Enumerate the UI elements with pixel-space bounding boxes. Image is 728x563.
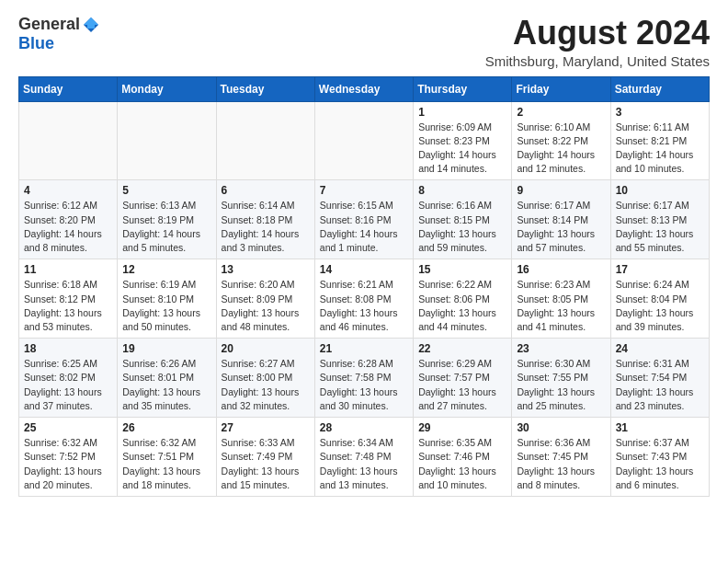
calendar-day-cell: 23Sunrise: 6:30 AMSunset: 7:55 PMDayligh… <box>512 339 610 418</box>
day-number: 12 <box>122 263 210 276</box>
day-info: Sunrise: 6:20 AMSunset: 8:09 PMDaylight:… <box>222 278 310 334</box>
calendar-day-cell <box>314 101 413 180</box>
calendar-day-cell: 2Sunrise: 6:10 AMSunset: 8:22 PMDaylight… <box>512 101 610 180</box>
day-number: 15 <box>418 263 506 276</box>
calendar-day-cell: 16Sunrise: 6:23 AMSunset: 8:05 PMDayligh… <box>512 259 610 339</box>
calendar-day-cell: 13Sunrise: 6:20 AMSunset: 8:09 PMDayligh… <box>216 259 314 339</box>
calendar-day-cell: 21Sunrise: 6:28 AMSunset: 7:58 PMDayligh… <box>314 339 413 418</box>
logo-icon <box>82 16 100 34</box>
calendar-day-cell: 29Sunrise: 6:35 AMSunset: 7:46 PMDayligh… <box>414 418 512 497</box>
calendar-day-cell: 24Sunrise: 6:31 AMSunset: 7:54 PMDayligh… <box>610 339 709 418</box>
day-number: 6 <box>222 184 310 197</box>
day-number: 31 <box>616 421 704 434</box>
day-number: 5 <box>122 184 210 197</box>
logo-blue-text: Blue <box>18 34 54 53</box>
calendar-day-cell: 12Sunrise: 6:19 AMSunset: 8:10 PMDayligh… <box>118 259 216 339</box>
day-of-week-header: Tuesday <box>216 76 314 101</box>
calendar-day-cell: 19Sunrise: 6:26 AMSunset: 8:01 PMDayligh… <box>118 339 216 418</box>
calendar-day-cell: 8Sunrise: 6:16 AMSunset: 8:15 PMDaylight… <box>414 180 512 259</box>
day-of-week-header: Thursday <box>414 76 512 101</box>
calendar-day-cell: 6Sunrise: 6:14 AMSunset: 8:18 PMDaylight… <box>216 180 314 259</box>
calendar-day-cell: 27Sunrise: 6:33 AMSunset: 7:49 PMDayligh… <box>216 418 314 497</box>
day-number: 23 <box>517 342 605 355</box>
calendar-day-cell: 30Sunrise: 6:36 AMSunset: 7:45 PMDayligh… <box>512 418 610 497</box>
calendar-body: 1Sunrise: 6:09 AMSunset: 8:23 PMDaylight… <box>19 101 710 496</box>
calendar-day-cell: 25Sunrise: 6:32 AMSunset: 7:52 PMDayligh… <box>19 418 118 497</box>
calendar-day-cell: 10Sunrise: 6:17 AMSunset: 8:13 PMDayligh… <box>610 180 709 259</box>
day-number: 18 <box>24 342 112 355</box>
day-number: 25 <box>24 421 112 434</box>
day-info: Sunrise: 6:30 AMSunset: 7:55 PMDaylight:… <box>517 357 605 413</box>
calendar-day-cell: 26Sunrise: 6:32 AMSunset: 7:51 PMDayligh… <box>118 418 216 497</box>
day-number: 11 <box>24 263 112 276</box>
day-number: 27 <box>222 421 310 434</box>
day-number: 8 <box>418 184 506 197</box>
day-info: Sunrise: 6:33 AMSunset: 7:49 PMDaylight:… <box>222 436 310 492</box>
calendar-header: SundayMondayTuesdayWednesdayThursdayFrid… <box>19 76 710 101</box>
day-number: 7 <box>320 184 408 197</box>
calendar-day-cell: 11Sunrise: 6:18 AMSunset: 8:12 PMDayligh… <box>19 259 118 339</box>
day-number: 21 <box>320 342 408 355</box>
day-info: Sunrise: 6:32 AMSunset: 7:51 PMDaylight:… <box>122 436 210 492</box>
day-of-week-header: Wednesday <box>314 76 413 101</box>
day-info: Sunrise: 6:13 AMSunset: 8:19 PMDaylight:… <box>122 199 210 255</box>
month-year-title: August 2024 <box>485 15 710 52</box>
calendar-day-cell: 9Sunrise: 6:17 AMSunset: 8:14 PMDaylight… <box>512 180 610 259</box>
day-number: 22 <box>418 342 506 355</box>
calendar-day-cell: 28Sunrise: 6:34 AMSunset: 7:48 PMDayligh… <box>314 418 413 497</box>
day-info: Sunrise: 6:16 AMSunset: 8:15 PMDaylight:… <box>418 199 506 255</box>
day-number: 30 <box>517 421 605 434</box>
logo: General Blue <box>18 15 100 53</box>
calendar-table: SundayMondayTuesdayWednesdayThursdayFrid… <box>18 76 710 497</box>
day-of-week-header: Monday <box>118 76 216 101</box>
page-header: General Blue August 2024 Smithsburg, Mar… <box>18 15 710 69</box>
day-info: Sunrise: 6:23 AMSunset: 8:05 PMDaylight:… <box>517 278 605 334</box>
day-number: 19 <box>122 342 210 355</box>
day-info: Sunrise: 6:34 AMSunset: 7:48 PMDaylight:… <box>320 436 408 492</box>
calendar-day-cell: 7Sunrise: 6:15 AMSunset: 8:16 PMDaylight… <box>314 180 413 259</box>
day-info: Sunrise: 6:36 AMSunset: 7:45 PMDaylight:… <box>517 436 605 492</box>
day-number: 24 <box>616 342 704 355</box>
day-info: Sunrise: 6:28 AMSunset: 7:58 PMDaylight:… <box>320 357 408 413</box>
logo-general-text: General <box>18 15 80 34</box>
calendar-week-row: 11Sunrise: 6:18 AMSunset: 8:12 PMDayligh… <box>19 259 710 339</box>
day-info: Sunrise: 6:35 AMSunset: 7:46 PMDaylight:… <box>418 436 506 492</box>
day-number: 10 <box>616 184 704 197</box>
location-subtitle: Smithsburg, Maryland, United States <box>485 53 710 69</box>
day-info: Sunrise: 6:31 AMSunset: 7:54 PMDaylight:… <box>616 357 704 413</box>
calendar-day-cell <box>19 101 118 180</box>
day-info: Sunrise: 6:32 AMSunset: 7:52 PMDaylight:… <box>24 436 112 492</box>
day-number: 13 <box>222 263 310 276</box>
calendar-day-cell: 22Sunrise: 6:29 AMSunset: 7:57 PMDayligh… <box>414 339 512 418</box>
day-number: 2 <box>517 106 605 119</box>
calendar-day-cell: 20Sunrise: 6:27 AMSunset: 8:00 PMDayligh… <box>216 339 314 418</box>
calendar-day-cell <box>216 101 314 180</box>
day-info: Sunrise: 6:09 AMSunset: 8:23 PMDaylight:… <box>418 121 506 177</box>
day-of-week-header: Friday <box>512 76 610 101</box>
calendar-week-row: 18Sunrise: 6:25 AMSunset: 8:02 PMDayligh… <box>19 339 710 418</box>
day-number: 16 <box>517 263 605 276</box>
day-info: Sunrise: 6:17 AMSunset: 8:13 PMDaylight:… <box>616 199 704 255</box>
day-number: 14 <box>320 263 408 276</box>
day-of-week-header: Sunday <box>19 76 118 101</box>
calendar-day-cell <box>118 101 216 180</box>
day-info: Sunrise: 6:27 AMSunset: 8:00 PMDaylight:… <box>222 357 310 413</box>
calendar-day-cell: 4Sunrise: 6:12 AMSunset: 8:20 PMDaylight… <box>19 180 118 259</box>
day-number: 3 <box>616 106 704 119</box>
calendar-day-cell: 18Sunrise: 6:25 AMSunset: 8:02 PMDayligh… <box>19 339 118 418</box>
day-info: Sunrise: 6:15 AMSunset: 8:16 PMDaylight:… <box>320 199 408 255</box>
day-number: 9 <box>517 184 605 197</box>
calendar-day-cell: 15Sunrise: 6:22 AMSunset: 8:06 PMDayligh… <box>414 259 512 339</box>
day-info: Sunrise: 6:11 AMSunset: 8:21 PMDaylight:… <box>616 121 704 177</box>
day-info: Sunrise: 6:12 AMSunset: 8:20 PMDaylight:… <box>24 199 112 255</box>
calendar-day-cell: 17Sunrise: 6:24 AMSunset: 8:04 PMDayligh… <box>610 259 709 339</box>
day-info: Sunrise: 6:25 AMSunset: 8:02 PMDaylight:… <box>24 357 112 413</box>
day-info: Sunrise: 6:26 AMSunset: 8:01 PMDaylight:… <box>122 357 210 413</box>
days-of-week-row: SundayMondayTuesdayWednesdayThursdayFrid… <box>19 76 710 101</box>
day-number: 4 <box>24 184 112 197</box>
day-info: Sunrise: 6:17 AMSunset: 8:14 PMDaylight:… <box>517 199 605 255</box>
calendar-week-row: 25Sunrise: 6:32 AMSunset: 7:52 PMDayligh… <box>19 418 710 497</box>
calendar-week-row: 1Sunrise: 6:09 AMSunset: 8:23 PMDaylight… <box>19 101 710 180</box>
calendar-day-cell: 14Sunrise: 6:21 AMSunset: 8:08 PMDayligh… <box>314 259 413 339</box>
calendar-day-cell: 31Sunrise: 6:37 AMSunset: 7:43 PMDayligh… <box>610 418 709 497</box>
